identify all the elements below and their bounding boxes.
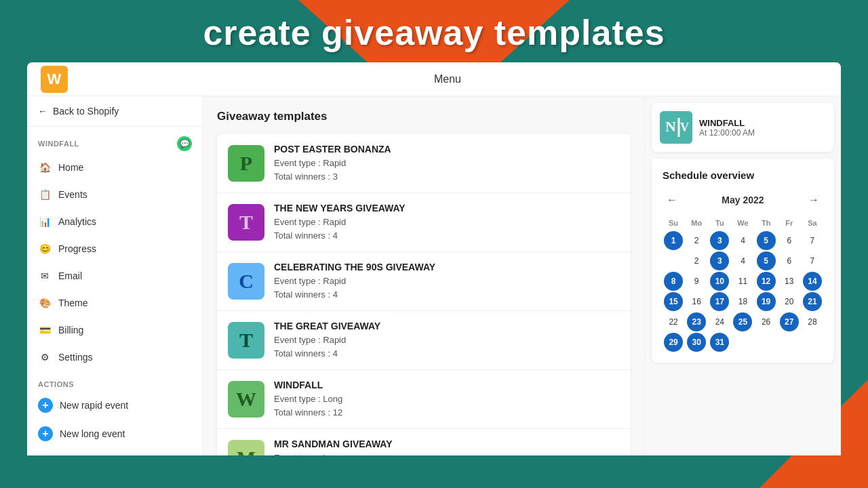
back-label: Back to Shopify <box>53 106 119 117</box>
sidebar-item-analytics[interactable]: 📊 Analytics <box>27 208 203 235</box>
template-info-celebrating-90s: CELEBRATING THE 90S GIVEAWAY Event type … <box>274 262 620 301</box>
sidebar-item-email[interactable]: ✉ Email <box>27 262 203 289</box>
sidebar-item-home[interactable]: 🏠 Home <box>27 154 203 181</box>
cal-day-23[interactable]: 23 <box>687 312 706 331</box>
cal-day-20[interactable]: 20 <box>780 292 799 311</box>
cal-day-11[interactable]: 11 <box>733 272 752 291</box>
bubble-icon: 💬 <box>180 139 190 148</box>
cal-day-5[interactable]: 5 <box>757 251 776 270</box>
cal-day-21[interactable]: 21 <box>803 292 822 311</box>
cal-day-30[interactable]: 30 <box>687 333 706 352</box>
cal-day-28[interactable]: 28 <box>803 312 822 331</box>
sidebar-item-settings[interactable]: ⚙ Settings <box>27 344 203 371</box>
cal-day-7[interactable]: 7 <box>803 231 822 250</box>
progress-icon: 😊 <box>38 242 52 256</box>
template-avatar-post-easter: P <box>228 145 264 182</box>
cal-day-15[interactable]: 15 <box>664 292 683 311</box>
windfall-label: WINDFALL <box>38 140 79 148</box>
back-to-shopify[interactable]: ← Back to Shopify <box>27 96 203 127</box>
sidebar-billing-label: Billing <box>58 325 83 336</box>
template-info-windfall: WINDFALL Event type : Long Total winners… <box>274 380 620 419</box>
cal-day-10[interactable]: 10 <box>710 272 729 291</box>
cal-day-8[interactable]: 8 <box>664 272 683 291</box>
calendar-nav: ← May 2022 → <box>663 190 823 209</box>
prev-month-button[interactable]: ← <box>663 190 682 209</box>
template-item-windfall[interactable]: W WINDFALL Event type : Long Total winne… <box>217 370 631 429</box>
actions-label: ACTIONS <box>27 371 203 391</box>
cal-day-empty <box>803 333 822 352</box>
cal-day-22[interactable]: 22 <box>664 312 683 331</box>
cal-day-7[interactable]: 7 <box>803 251 822 270</box>
template-name-windfall: WINDFALL <box>274 380 620 390</box>
template-winners-post-easter: Total winners : 3 <box>274 170 620 184</box>
event-thumbnail: N V <box>660 111 692 144</box>
sidebar-settings-label: Settings <box>58 352 93 363</box>
template-info-mr-sandman: MR SANDMAN GIVEAWAY Event type : Long To… <box>274 439 620 455</box>
event-name: WINDFALL <box>699 118 826 128</box>
cal-day-2[interactable]: 2 <box>687 251 706 270</box>
new-rapid-event-button[interactable]: + New rapid event <box>27 391 203 420</box>
schedule-title: Schedule overview <box>663 169 823 181</box>
sidebar-email-label: Email <box>58 270 82 281</box>
new-long-plus-icon: + <box>38 426 53 441</box>
sidebar-item-events[interactable]: 📋 Events <box>27 181 203 208</box>
cal-day-17[interactable]: 17 <box>710 292 729 311</box>
template-item-new-years[interactable]: T THE NEW YEARS GIVEAWAY Event type : Ra… <box>217 193 631 252</box>
cal-day-12[interactable]: 12 <box>757 272 776 291</box>
template-name-post-easter: POST EASTER BONANZA <box>274 144 620 155</box>
cal-day-25[interactable]: 25 <box>733 312 752 331</box>
template-avatar-new-years: T <box>228 204 264 241</box>
cal-day-14[interactable]: 14 <box>803 272 822 291</box>
cal-header-mo: Mo <box>686 216 707 230</box>
sidebar-analytics-label: Analytics <box>58 216 96 227</box>
template-item-great-giveaway[interactable]: T THE GREAT GIVEAWAY Event type : Rapid … <box>217 311 631 370</box>
cal-day-2[interactable]: 2 <box>687 231 706 250</box>
template-item-post-easter[interactable]: P POST EASTER BONANZA Event type : Rapid… <box>217 134 631 193</box>
cal-day-24[interactable]: 24 <box>710 312 729 331</box>
cal-day-empty <box>780 333 799 352</box>
template-info-post-easter: POST EASTER BONANZA Event type : Rapid T… <box>274 144 620 183</box>
app-window: W Menu ← Back to Shopify WINDFALL 💬 🏠 Ho… <box>27 62 841 455</box>
cal-day-13[interactable]: 13 <box>780 272 799 291</box>
cal-day-31[interactable]: 31 <box>710 333 729 352</box>
event-card[interactable]: N V WINDFALL At 12:00:00 AM <box>652 103 834 152</box>
cal-header-fr: Fr <box>778 216 800 230</box>
svg-text:V: V <box>680 121 689 134</box>
template-item-celebrating-90s[interactable]: C CELEBRATING THE 90S GIVEAWAY Event typ… <box>217 252 631 311</box>
cal-day-empty <box>757 333 776 352</box>
event-time: At 12:00:00 AM <box>699 128 826 138</box>
sidebar-item-billing[interactable]: 💳 Billing <box>27 317 203 344</box>
cal-day-3[interactable]: 3 <box>710 231 729 250</box>
cal-day-3[interactable]: 3 <box>710 251 729 270</box>
app-body: ← Back to Shopify WINDFALL 💬 🏠 Home 📋 Ev… <box>27 96 841 455</box>
cal-day-4[interactable]: 4 <box>733 251 752 270</box>
template-avatar-mr-sandman: M <box>228 440 264 455</box>
new-long-event-button[interactable]: + New long event <box>27 420 203 448</box>
template-name-new-years: THE NEW YEARS GIVEAWAY <box>274 203 620 214</box>
cal-day-6[interactable]: 6 <box>780 231 799 250</box>
cal-day-18[interactable]: 18 <box>733 292 752 311</box>
cal-day-1[interactable]: 1 <box>664 231 683 250</box>
cal-day-5[interactable]: 5 <box>757 231 776 250</box>
cal-day-6[interactable]: 6 <box>780 251 799 270</box>
template-info-new-years: THE NEW YEARS GIVEAWAY Event type : Rapi… <box>274 203 620 242</box>
sidebar-item-progress[interactable]: 😊 Progress <box>27 235 203 262</box>
top-bar: W Menu <box>27 62 841 96</box>
cal-day-4[interactable]: 4 <box>733 231 752 250</box>
help-label: HELP <box>27 448 203 455</box>
cal-header-su: Su <box>663 216 684 230</box>
template-name-great-giveaway: THE GREAT GIVEAWAY <box>274 321 620 331</box>
next-month-button[interactable]: → <box>804 190 823 209</box>
cal-day-27[interactable]: 27 <box>780 312 799 331</box>
settings-icon: ⚙ <box>38 350 52 364</box>
sidebar-item-theme[interactable]: 🎨 Theme <box>27 289 203 317</box>
template-type-post-easter: Event type : Rapid <box>274 157 620 170</box>
cal-day-9[interactable]: 9 <box>687 272 706 291</box>
template-type-mr-sandman: Event type : Long <box>274 451 620 455</box>
cal-day-16[interactable]: 16 <box>687 292 706 311</box>
template-item-mr-sandman[interactable]: M MR SANDMAN GIVEAWAY Event type : Long … <box>217 429 631 455</box>
cal-day-26[interactable]: 26 <box>757 312 776 331</box>
cal-header-we: We <box>732 216 753 230</box>
cal-day-19[interactable]: 19 <box>757 292 776 311</box>
cal-day-29[interactable]: 29 <box>664 333 683 352</box>
